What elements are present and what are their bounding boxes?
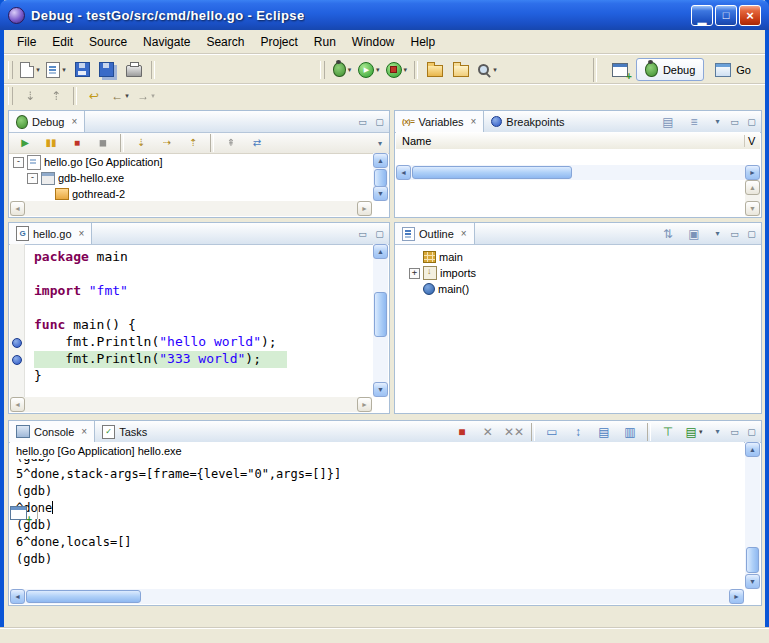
step-filters-button[interactable]: ⇄ [244,133,270,153]
new-element-button[interactable]: ▾ [43,58,69,82]
clear-console-button[interactable]: ▭ [539,420,565,444]
restore-button[interactable]: □ [715,5,737,26]
breakpoint-icon[interactable] [12,355,22,365]
variables-column-header[interactable]: Name V [396,132,760,150]
close-button[interactable]: × [739,5,761,26]
tree-item-hello-go-go-application[interactable]: -hello.go [Go Application] [10,154,372,170]
menu-help[interactable]: Help [403,32,444,52]
dropdown-arrow-icon[interactable]: ▾ [36,66,40,74]
open-perspective-button[interactable] [607,58,633,82]
debug-vertical-scrollbar[interactable]: ▲ ▼ [373,153,388,201]
close-tab-icon[interactable]: × [471,116,477,127]
forward-button[interactable]: →▾ [133,84,159,108]
minimize-button[interactable]: ▁ [691,5,713,26]
variables-tree-area[interactable] [396,149,760,165]
expander-icon[interactable]: - [27,173,38,184]
next-annotation-button[interactable]: ⇣ [17,84,43,108]
run-launch-button[interactable]: ▾ [355,58,383,82]
tree-item-gdb-hello-exe[interactable]: -gdb-hello.exe [10,170,372,186]
disconnect-button[interactable]: ◼ [90,133,116,153]
maximize-view-icon[interactable]: ▢ [373,229,386,239]
editor-code[interactable]: package main import "fmt" func main() { … [25,244,373,398]
scroll-down-icon[interactable]: ▼ [745,574,760,589]
external-tools-button[interactable]: ▾ [383,58,411,82]
code-line-4[interactable] [34,300,373,317]
editor-annotation-ruler[interactable] [10,244,25,398]
view-menu-icon[interactable]: ▾ [378,139,386,148]
tab-hello-go[interactable]: Ghello.go× [9,223,92,244]
new-wizard-button[interactable]: ▾ [17,58,43,82]
scrollbar-thumb[interactable] [412,166,572,179]
tree-item-main[interactable]: main [406,249,760,265]
scroll-down-icon[interactable]: ▼ [745,201,760,216]
previous-annotation-button[interactable]: ⇡ [43,84,69,108]
dropdown-arrow-icon[interactable]: ▾ [348,66,352,74]
dropdown-arrow-icon[interactable]: ▾ [376,66,380,74]
scroll-lock-button[interactable]: ↕ [565,420,591,444]
filter-button[interactable]: ▣ [681,222,707,246]
tab-variables[interactable]: (x)=Variables× [395,111,484,132]
minimize-view-icon[interactable]: ▭ [356,117,369,127]
show-stderr-button[interactable]: ▥ [617,420,643,444]
name-column-header[interactable]: Name [396,135,744,147]
tab-breakpoints[interactable]: Breakpoints [484,111,571,132]
suspend-button[interactable]: ▮▮ [38,133,64,153]
sort-button[interactable]: ⇅ [655,222,681,246]
terminate-console-button[interactable]: ■ [449,420,475,444]
perspective-debug[interactable]: Debug [636,58,704,81]
console-horizontal-scrollbar[interactable]: ◄ ► [10,589,744,604]
view-menu-icon[interactable]: ▾ [711,229,724,238]
debug-launch-button[interactable]: ▾ [329,58,355,82]
variables-horizontal-scrollbar[interactable]: ◄ ► [396,165,760,180]
toolbar-gripper[interactable] [320,61,325,79]
editor-vertical-scrollbar[interactable]: ▲ ▼ [373,244,388,397]
scroll-right-icon[interactable]: ► [357,397,372,412]
step-over-button[interactable]: ⇢ [154,133,180,153]
last-edit-location-button[interactable]: ↩ [81,84,107,108]
dropdown-arrow-icon[interactable]: ▾ [62,66,66,74]
breakpoint-icon[interactable] [12,338,22,348]
toolbar-gripper[interactable] [8,61,13,79]
step-return-button[interactable]: ⇡ [180,133,206,153]
pin-console-button[interactable]: ⊤ [655,420,681,444]
show-type-names-button[interactable]: ▤ [655,110,681,134]
minimize-view-icon[interactable]: ▭ [728,427,741,437]
scroll-right-icon[interactable]: ► [745,165,760,180]
step-into-button[interactable]: ⇣ [128,133,154,153]
close-tab-icon[interactable]: × [461,228,467,239]
value-column-header[interactable]: V [744,135,760,147]
remove-all-launches-button[interactable]: ✕✕ [501,420,527,444]
terminate-button[interactable]: ■ [64,133,90,153]
menu-file[interactable]: File [9,32,44,52]
code-line-5[interactable]: func main() { [34,317,373,334]
minimize-view-icon[interactable]: ▭ [728,117,741,127]
dropdown-arrow-icon[interactable]: ▾ [404,66,408,74]
minimize-view-icon[interactable]: ▭ [356,229,369,239]
menu-source[interactable]: Source [81,32,135,52]
open-folder-button[interactable] [422,58,448,82]
back-button[interactable]: ←▾ [107,84,133,108]
view-menu-icon[interactable]: ▾ [711,427,724,436]
menu-run[interactable]: Run [306,32,344,52]
tree-item-imports[interactable]: +imports [406,265,760,281]
editor-horizontal-scrollbar[interactable]: ◄ ► [10,397,372,412]
variables-detail-scrollbar[interactable]: ▲ ▼ [745,180,760,216]
perspective-go[interactable]: Go [706,59,760,81]
tree-item-main[interactable]: main() [406,281,760,297]
tab-console[interactable]: Console× [9,421,95,442]
scrollbar-thumb[interactable] [374,292,387,337]
tab-tasks[interactable]: ✓Tasks [95,421,154,442]
scrollbar-thumb[interactable] [374,169,387,187]
window-titlebar[interactable]: Debug - testGo/src/cmd/hello.go - Eclips… [0,0,769,30]
maximize-view-icon[interactable]: ▢ [373,117,386,127]
scroll-left-icon[interactable]: ◄ [10,589,25,604]
code-line-6[interactable]: fmt.Println("hello world"); [34,334,373,351]
fast-view-icon[interactable] [10,506,27,520]
menu-window[interactable]: Window [344,32,403,52]
scroll-up-icon[interactable]: ▲ [745,442,760,457]
show-stdout-button[interactable]: ▤ [591,420,617,444]
variables-detail-pane[interactable] [396,180,744,216]
dropdown-arrow-icon[interactable]: ▾ [125,92,129,100]
view-menu-icon[interactable]: ▾ [711,117,724,126]
expander-icon[interactable]: - [13,157,24,168]
